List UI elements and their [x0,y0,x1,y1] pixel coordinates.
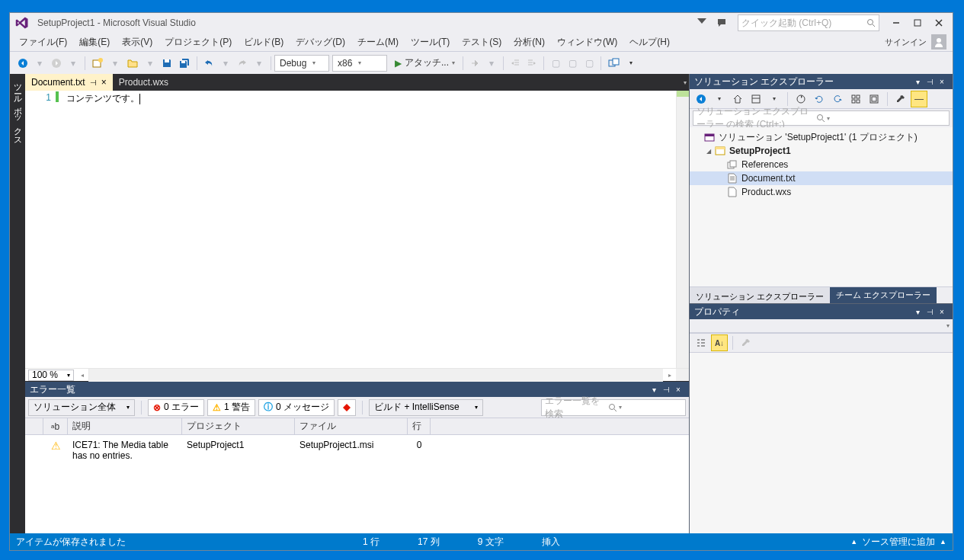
svg-rect-29 [857,100,860,103]
tab-team-explorer[interactable]: チーム エクスプローラー [830,287,937,303]
col-project[interactable]: プロジェクト [182,418,295,434]
build-source-combo[interactable]: ビルド + IntelliSense▾ [369,399,483,416]
filter-toggle-button[interactable] [338,399,356,416]
config-combo[interactable]: Debug▾ [274,55,329,72]
open-file-button[interactable] [123,55,142,72]
menu-debug[interactable]: デバッグ(D) [290,34,351,50]
tree-project[interactable]: ◢ SetupProject1 [690,144,953,158]
menu-window[interactable]: ウィンドウ(W) [551,34,623,50]
nav-forward2-drop: ▾ [65,55,82,72]
panel-close-icon[interactable]: × [672,386,684,394]
new-project-button[interactable] [88,55,107,72]
notifications-icon[interactable] [693,14,711,31]
prop-categorized-button[interactable] [693,334,709,351]
horizontal-scrollbar[interactable] [88,369,663,382]
feedback-icon[interactable] [713,14,731,31]
step2-button: ▾ [483,55,500,72]
menu-file[interactable]: ファイル(F) [13,34,73,50]
svg-point-6 [937,38,941,43]
se-collapse-button[interactable] [829,91,846,107]
toolbar-drop[interactable]: ▾ [623,55,639,72]
redo-drop: ▾ [251,55,267,72]
nav-forward-button[interactable]: ▾ [31,55,48,72]
panel-close-icon[interactable]: × [936,308,948,316]
panel-pin-icon[interactable]: ⊣ [660,386,672,394]
scope-combo[interactable]: ソリューション全体▾ [28,399,135,416]
save-button[interactable] [159,55,175,72]
main-toolbar: ▾ ▾ ▾ ▾ ▾ ▾ Debug▾ x86▾ ▶ アタッチ... ▾ ▾ ▢ … [10,51,953,74]
tree-file-document[interactable]: Document.txt [690,171,953,185]
platform-combo[interactable]: x86▾ [332,55,387,72]
warnings-filter-button[interactable]: ⚠1 警告 [207,399,255,416]
hscroll-left[interactable]: ◂ [75,369,88,382]
signin-link[interactable]: サインイン [885,37,927,48]
open-file-drop[interactable]: ▾ [142,55,159,72]
solution-explorer-title[interactable]: ソリューション エクスプローラー ▾ ⊣ × [690,74,953,89]
quick-launch-input[interactable]: クイック起動 (Ctrl+Q) [738,14,879,31]
panel-dropdown-icon[interactable]: ▾ [911,78,924,86]
menu-analyze[interactable]: 分析(N) [508,34,551,50]
maximize-button[interactable] [907,14,928,31]
zoom-combo[interactable]: 100 %▾ [28,370,74,381]
svg-rect-37 [716,147,725,149]
se-search-input[interactable]: ソリューション エクスプローラー の検索 (Ctrl+:)▾ [693,110,950,126]
panel-dropdown-icon[interactable]: ▾ [911,308,924,316]
menu-project[interactable]: プロジェクト(P) [159,34,238,50]
errors-filter-button[interactable]: ⊗0 エラー [148,399,204,416]
right-dock: ソリューション エクスプローラー ▾ ⊣ × ▾ ▾ — [689,74,953,533]
col-desc[interactable]: 説明 [68,418,182,434]
panel-pin-icon[interactable]: ⊣ [924,308,936,316]
messages-filter-button[interactable]: ⓘ0 メッセージ [258,399,335,416]
prop-alpha-button[interactable]: A↓ [711,334,728,351]
se-preview-button[interactable] [866,91,882,107]
tab-solution-explorer[interactable]: ソリューション エクスプローラー [690,287,830,303]
menu-team[interactable]: チーム(M) [351,34,405,50]
undo-drop[interactable]: ▾ [217,55,234,72]
nav-back-button[interactable] [14,55,31,72]
close-button[interactable] [928,14,950,31]
menu-edit[interactable]: 編集(E) [73,34,116,50]
panel-dropdown-icon[interactable]: ▾ [648,386,660,394]
toolbox-tab[interactable]: ツールボックス [10,74,25,533]
error-row[interactable]: ⚠ ICE71: The Media table has no entries.… [25,435,689,466]
se-pending-button[interactable]: — [911,91,927,107]
svg-point-0 [868,20,873,25]
expand-icon[interactable]: ◢ [703,148,714,155]
menu-build[interactable]: ビルド(B) [238,34,290,50]
code-area[interactable]: コンテンツです。 [56,91,676,368]
panel-close-icon[interactable]: × [936,78,948,86]
avatar-icon[interactable] [931,34,946,50]
tabs-overflow-icon[interactable]: ▾ [681,74,689,91]
undo-button[interactable] [200,55,217,72]
tab-product-wxs[interactable]: Product.wxs [113,74,175,91]
save-all-button[interactable] [175,55,194,72]
col-file[interactable]: ファイル [295,418,408,434]
se-properties-button[interactable] [892,91,909,107]
start-debug-button[interactable]: ▶ アタッチ... ▾ [390,56,460,69]
col-line[interactable]: 行 [408,418,431,434]
col-code[interactable]: ab [43,418,68,434]
new-project-drop[interactable]: ▾ [107,55,123,72]
source-control-up-icon: ▲ [940,538,946,546]
minimize-button[interactable] [886,14,907,31]
se-showall-button[interactable] [847,91,864,107]
hscroll-right[interactable]: ▸ [663,369,676,382]
panel-pin-icon[interactable]: ⊣ [924,78,936,86]
vertical-scrollbar[interactable] [676,91,689,368]
tree-file-product[interactable]: Product.wxs [690,185,953,199]
line-gutter: 1 [25,91,56,368]
find-button[interactable] [604,55,623,72]
error-search-input[interactable]: エラー一覧を検索▾ [541,399,686,416]
menu-test[interactable]: テスト(S) [456,34,508,50]
menu-help[interactable]: ヘルプ(H) [623,34,676,50]
properties-title-bar[interactable]: プロパティ ▾ ⊣ × [690,304,953,319]
play-icon: ▶ [395,58,402,69]
menu-view[interactable]: 表示(V) [116,34,159,50]
tree-references[interactable]: References [690,158,953,171]
close-tab-icon[interactable]: × [101,77,107,88]
menu-tools[interactable]: ツール(T) [405,34,456,50]
pin-icon[interactable]: ⊣ [90,78,97,87]
source-control-link[interactable]: ソース管理に追加 [862,536,935,549]
tree-solution[interactable]: ソリューション 'SetupProject1' (1 プロジェクト) [690,130,953,144]
tab-document-txt[interactable]: Document.txt ⊣ × [25,74,113,91]
